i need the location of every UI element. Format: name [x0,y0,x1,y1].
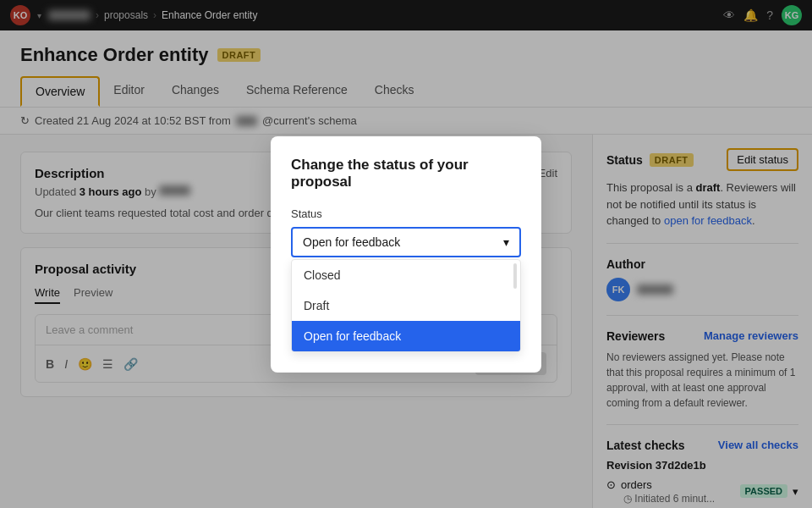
modal-title: Change the status of your proposal [291,157,521,190]
status-change-modal: Change the status of your proposal Statu… [271,136,541,373]
dropdown-item-closed[interactable]: Closed [292,260,520,290]
modal-overlay: Change the status of your proposal Statu… [0,0,812,508]
dropdown-item-draft[interactable]: Draft [292,290,520,321]
modal-dropdown: Closed Draft Open for feedback [291,259,521,352]
modal-select-container: Open for feedback ▾ Closed Draft Open fo… [291,227,521,352]
modal-field-label: Status [291,207,521,220]
modal-selected-value: Open for feedback [303,235,400,249]
dropdown-scrollbar[interactable] [513,263,517,289]
dropdown-item-open-for-feedback[interactable]: Open for feedback [292,321,520,351]
chevron-down-icon: ▾ [503,235,509,249]
modal-select-display[interactable]: Open for feedback ▾ [291,227,521,257]
